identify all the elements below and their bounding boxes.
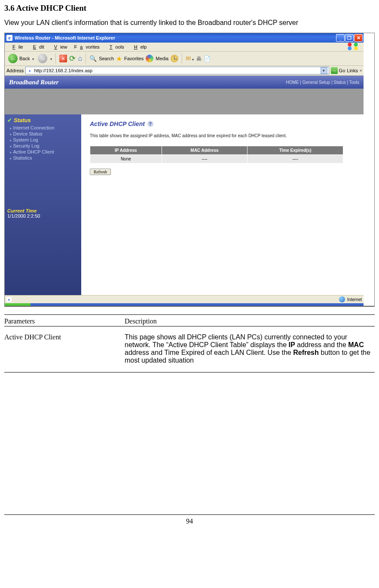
screenshot-container: e Wireless Router - Microsoft Internet E…: [4, 33, 375, 307]
sidebar-item-internet-connection[interactable]: Internet Connection: [10, 125, 79, 131]
history-button[interactable]: [171, 55, 178, 62]
sidebar-item-active-dhcp-client[interactable]: Active DHCP Client: [10, 149, 79, 155]
stop-button[interactable]: [59, 55, 67, 62]
window-title: Wireless Router - Microsoft Internet Exp…: [15, 35, 115, 40]
sidebar-item-system-log[interactable]: System Log: [10, 137, 79, 143]
router-brand: Broadband Router: [9, 79, 58, 86]
internet-zone-icon: [339, 296, 345, 302]
menu-view[interactable]: View: [48, 43, 70, 50]
mail-button[interactable]: [186, 55, 194, 62]
separator: [182, 53, 182, 64]
menu-favorites[interactable]: Favorites: [71, 43, 103, 50]
go-icon: →: [331, 67, 338, 74]
status-page-icon: e: [6, 297, 12, 302]
ie-icon: e: [6, 35, 12, 41]
cell-time: ----: [248, 155, 343, 163]
favorites-icon: ★: [116, 55, 122, 63]
cell-ip: None: [90, 155, 162, 163]
router-banner: Broadband Router HOME | General Setup | …: [5, 76, 364, 89]
internet-zone-label: Internet: [347, 297, 362, 302]
param-header-parameters: Parameters: [4, 317, 116, 325]
param-name: Active DHCP Client: [4, 333, 116, 364]
print-button[interactable]: [196, 55, 202, 62]
back-dropdown-icon[interactable]: [31, 56, 34, 61]
current-time-label: Current Time: [7, 208, 79, 213]
windows-logo-icon: [342, 41, 364, 53]
page-description: This table shows the assigned IP address…: [90, 133, 355, 138]
page-icon: e: [27, 68, 32, 73]
links-chevron-icon[interactable]: »: [360, 68, 362, 73]
dhcp-client-table: IP Address MAC Address Time Expired(s) N…: [90, 146, 343, 163]
url-text: http://192.168.2.1/index.asp: [34, 68, 92, 73]
status-bar: e Internet: [5, 295, 364, 303]
router-topnav[interactable]: HOME | General Setup | Status | Tools: [286, 80, 359, 85]
sidebar: Status Internet Connection Device Status…: [5, 114, 81, 295]
back-button[interactable]: ← Back: [6, 53, 36, 64]
intro-text: View your LAN client's information that …: [4, 19, 375, 27]
taskbar-strip: [5, 303, 364, 306]
page-title-text: Active DHCP Client: [90, 120, 145, 127]
media-button[interactable]: Media: [156, 56, 168, 61]
cell-mac: ----: [162, 155, 247, 163]
menu-tools[interactable]: Tools: [104, 43, 127, 50]
current-time-value: 1/1/2000 2:2:50: [7, 213, 79, 219]
go-label: Go: [339, 68, 345, 73]
param-header-description: Description: [125, 317, 375, 325]
table-row: None ---- ----: [90, 155, 343, 163]
help-icon[interactable]: ?: [147, 121, 153, 127]
go-button[interactable]: → Go: [331, 67, 345, 74]
refresh-toolbar-button[interactable]: ⟳: [69, 55, 76, 62]
col-time-expired: Time Expired(s): [248, 146, 343, 155]
links-button[interactable]: Links: [347, 68, 358, 73]
menu-file[interactable]: File: [6, 43, 26, 50]
router-body: Status Internet Connection Device Status…: [5, 114, 364, 295]
section-title: 3.6 Active DHCP Client: [4, 3, 375, 13]
col-mac-address: MAC Address: [162, 146, 247, 155]
forward-dropdown-icon[interactable]: [49, 56, 52, 61]
separator: [86, 53, 86, 64]
menu-help[interactable]: Help: [128, 43, 150, 50]
media-icon: [146, 55, 153, 62]
sidebar-item-security-log[interactable]: Security Log: [10, 143, 79, 149]
back-label: Back: [19, 56, 30, 61]
menu-edit[interactable]: Edit: [27, 43, 47, 50]
separator: [55, 53, 56, 64]
edit-button[interactable]: [204, 55, 211, 62]
window-title-bar: e Wireless Router - Microsoft Internet E…: [5, 33, 364, 43]
router-grey-band: [5, 89, 364, 114]
param-description: This page shows all DHCP clients (LAN PC…: [125, 333, 375, 364]
content-pane: Active DHCP Client ? This table shows th…: [81, 114, 364, 295]
back-icon: ←: [8, 54, 18, 63]
home-button[interactable]: ⌂: [78, 55, 82, 62]
address-bar: Address e http://192.168.2.1/index.asp ▾…: [5, 66, 364, 76]
forward-button[interactable]: →: [38, 54, 47, 63]
menu-bar: File Edit View Favorites Tools Help: [5, 43, 364, 52]
address-dropdown-icon[interactable]: ▾: [321, 67, 327, 74]
page-title: Active DHCP Client ?: [90, 120, 355, 127]
page-number: 94: [4, 514, 375, 525]
sidebar-item-device-status[interactable]: Device Status: [10, 131, 79, 137]
favorites-button[interactable]: Favorites: [124, 56, 144, 61]
browser-window: e Wireless Router - Microsoft Internet E…: [5, 33, 364, 306]
search-icon: [89, 55, 97, 62]
address-input[interactable]: e http://192.168.2.1/index.asp ▾: [25, 67, 329, 74]
address-label: Address: [6, 68, 24, 73]
toolbar: ← Back → ⟳ ⌂ Search ★ Favorites Media: [5, 52, 364, 66]
sidebar-title: Status: [7, 117, 79, 123]
sidebar-item-statistics[interactable]: Statistics: [10, 155, 79, 161]
col-ip-address: IP Address: [90, 146, 162, 155]
refresh-button[interactable]: Refresh: [90, 169, 111, 175]
parameter-table: Parameters Description Active DHCP Clien…: [4, 314, 375, 373]
search-button[interactable]: Search: [99, 56, 114, 61]
